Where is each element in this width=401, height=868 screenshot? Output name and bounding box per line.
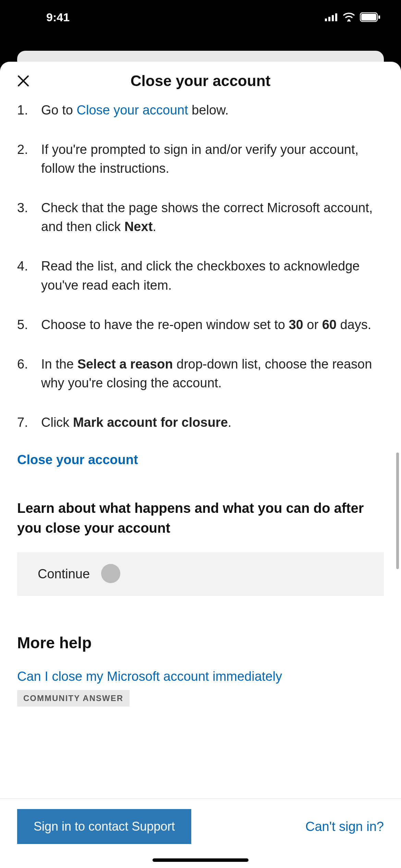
touch-indicator: [101, 564, 120, 583]
svg-rect-7: [378, 15, 380, 19]
svg-point-4: [348, 19, 350, 21]
svg-rect-6: [361, 14, 376, 21]
more-help-heading: More help: [17, 634, 384, 652]
svg-rect-1: [328, 17, 330, 21]
continue-button[interactable]: Continue: [17, 552, 384, 596]
close-account-inline-link[interactable]: Close your account: [77, 103, 188, 117]
status-bar: 9:41: [0, 0, 401, 34]
step-1: Go to Close your account below.: [17, 101, 384, 120]
faq-link-1[interactable]: Can I close my Microsoft account immedia…: [17, 669, 384, 684]
content-area[interactable]: Go to Close your account below. If you'r…: [0, 101, 401, 707]
wifi-icon: [343, 13, 355, 22]
bottom-bar: Sign in to contact Support Can't sign in…: [0, 798, 401, 868]
home-indicator[interactable]: [153, 858, 248, 862]
step-5: Choose to have the re-open window set to…: [17, 315, 384, 334]
community-answer-badge: COMMUNITY ANSWER: [17, 690, 130, 707]
cant-sign-in-link[interactable]: Can't sign in?: [305, 819, 384, 834]
step-4: Read the list, and click the checkboxes …: [17, 257, 384, 294]
modal-sheet: Close your account Go to Close your acco…: [0, 62, 401, 868]
status-time: 9:41: [46, 11, 70, 24]
close-button[interactable]: [14, 71, 33, 91]
step-3: Check that the page shows the correct Mi…: [17, 198, 384, 236]
step-2: If you're prompted to sign in and/or ver…: [17, 140, 384, 178]
svg-rect-3: [335, 13, 337, 21]
steps-list: Go to Close your account below. If you'r…: [17, 101, 384, 432]
page-title: Close your account: [0, 72, 401, 89]
step-6: In the Select a reason drop-down list, c…: [17, 355, 384, 393]
cellular-icon: [325, 13, 338, 21]
svg-rect-0: [325, 19, 327, 21]
continue-label: Continue: [38, 567, 90, 581]
scrollbar[interactable]: [396, 453, 399, 569]
close-icon: [16, 74, 30, 88]
battery-icon: [360, 12, 380, 22]
learn-heading: Learn about what happens and what you ca…: [17, 498, 384, 538]
step-7: Click Mark account for closure.: [17, 413, 384, 432]
svg-rect-2: [332, 15, 334, 21]
sheet-header: Close your account: [0, 62, 401, 97]
sign-in-support-button[interactable]: Sign in to contact Support: [17, 809, 191, 844]
close-account-link[interactable]: Close your account: [17, 453, 384, 467]
status-icons: [325, 12, 380, 22]
